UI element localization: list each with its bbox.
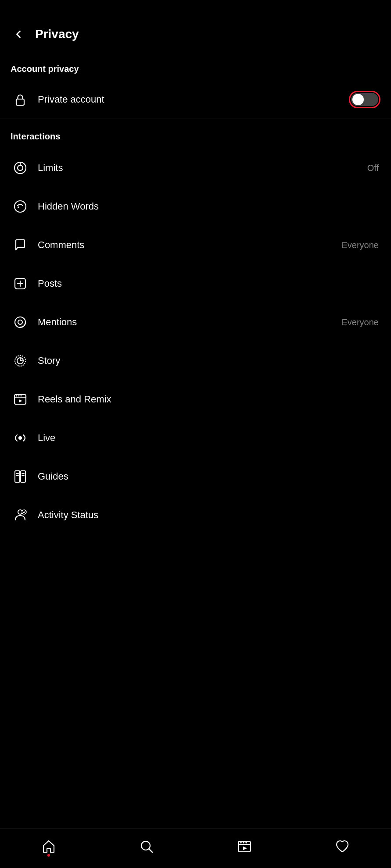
home-active-dot <box>47 854 50 857</box>
home-icon <box>41 839 56 854</box>
toggle-thumb <box>352 94 364 105</box>
guides-row[interactable]: Guides <box>0 457 391 496</box>
activity-status-row[interactable]: Activity Status <box>0 496 391 534</box>
posts-icon-wrap <box>11 274 30 293</box>
comments-label: Comments <box>38 239 342 251</box>
reels-nav-icon <box>237 839 252 854</box>
lock-icon <box>13 92 27 107</box>
toggle-track <box>351 93 378 106</box>
svg-point-17 <box>16 395 18 397</box>
svg-marker-20 <box>19 399 22 402</box>
mentions-icon <box>13 315 27 329</box>
svg-line-31 <box>149 849 152 852</box>
limits-row[interactable]: Limits Off <box>0 149 391 187</box>
lock-icon-wrap <box>11 90 30 109</box>
hidden-words-row[interactable]: Hidden Words <box>0 187 391 226</box>
limits-label: Limits <box>38 162 367 174</box>
reels-remix-row[interactable]: Reels and Remix <box>0 380 391 419</box>
reels-icon <box>13 392 27 406</box>
svg-point-34 <box>240 842 242 843</box>
svg-point-5 <box>18 206 19 208</box>
svg-point-10 <box>18 320 22 324</box>
search-nav-icon <box>139 839 154 854</box>
reels-remix-label: Reels and Remix <box>38 394 380 405</box>
svg-point-2 <box>18 165 23 171</box>
limits-value: Off <box>367 163 379 173</box>
private-account-row[interactable]: Private account <box>0 81 391 118</box>
svg-point-29 <box>22 510 26 514</box>
story-icon <box>13 354 27 368</box>
mentions-icon-wrap <box>11 313 30 332</box>
svg-point-18 <box>18 395 20 397</box>
comments-icon <box>13 238 27 252</box>
guides-icon <box>13 470 27 484</box>
heart-nav-icon <box>335 839 350 854</box>
comments-row[interactable]: Comments Everyone <box>0 226 391 264</box>
activity-status-label: Activity Status <box>38 509 380 521</box>
hidden-words-label: Hidden Words <box>38 201 380 212</box>
posts-label: Posts <box>38 278 380 289</box>
bottom-nav <box>0 829 391 868</box>
guides-label: Guides <box>38 471 380 482</box>
mentions-value: Everyone <box>342 317 379 327</box>
nav-activity[interactable] <box>326 836 359 857</box>
live-row[interactable]: Live <box>0 419 391 457</box>
private-account-toggle[interactable] <box>349 91 380 108</box>
svg-point-4 <box>14 201 26 212</box>
back-button[interactable] <box>11 26 26 42</box>
mentions-label: Mentions <box>38 317 342 328</box>
live-icon <box>13 431 27 445</box>
guides-icon-wrap <box>11 467 30 486</box>
limits-icon-wrap <box>11 158 30 178</box>
svg-rect-22 <box>15 471 20 482</box>
nav-search[interactable] <box>130 836 163 857</box>
limits-icon <box>13 161 27 175</box>
svg-point-30 <box>141 841 150 850</box>
page-title: Privacy <box>35 27 79 41</box>
svg-point-21 <box>18 436 22 440</box>
back-arrow-icon <box>12 28 25 40</box>
nav-reels[interactable] <box>228 836 261 857</box>
svg-rect-32 <box>238 841 251 852</box>
svg-marker-37 <box>243 847 247 850</box>
main-content: Privacy Account privacy Private account <box>0 0 391 574</box>
live-label: Live <box>38 432 380 444</box>
nav-home[interactable] <box>32 836 65 857</box>
interactions-section: Interactions Limits Off <box>0 118 391 534</box>
svg-point-19 <box>21 395 22 397</box>
live-icon-wrap <box>11 428 30 448</box>
posts-row[interactable]: Posts <box>0 264 391 303</box>
private-account-label: Private account <box>38 94 349 105</box>
story-icon-wrap <box>11 351 30 370</box>
account-privacy-section: Account privacy Private account <box>0 51 391 118</box>
svg-point-35 <box>243 842 244 843</box>
svg-rect-23 <box>21 471 25 482</box>
header: Privacy <box>0 0 391 51</box>
svg-rect-0 <box>16 99 24 105</box>
story-label: Story <box>38 355 380 366</box>
posts-icon <box>13 277 27 291</box>
account-privacy-label: Account privacy <box>0 51 391 81</box>
svg-point-36 <box>245 842 247 843</box>
activity-status-icon <box>13 508 27 522</box>
comments-icon-wrap <box>11 235 30 255</box>
hidden-words-icon-wrap <box>11 197 30 216</box>
interactions-label: Interactions <box>0 118 391 149</box>
story-row[interactable]: Story <box>0 342 391 380</box>
mentions-row[interactable]: Mentions Everyone <box>0 303 391 342</box>
comments-value: Everyone <box>342 240 379 250</box>
activity-status-icon-wrap <box>11 505 30 525</box>
hidden-words-icon <box>13 199 27 213</box>
reels-icon-wrap <box>11 390 30 409</box>
